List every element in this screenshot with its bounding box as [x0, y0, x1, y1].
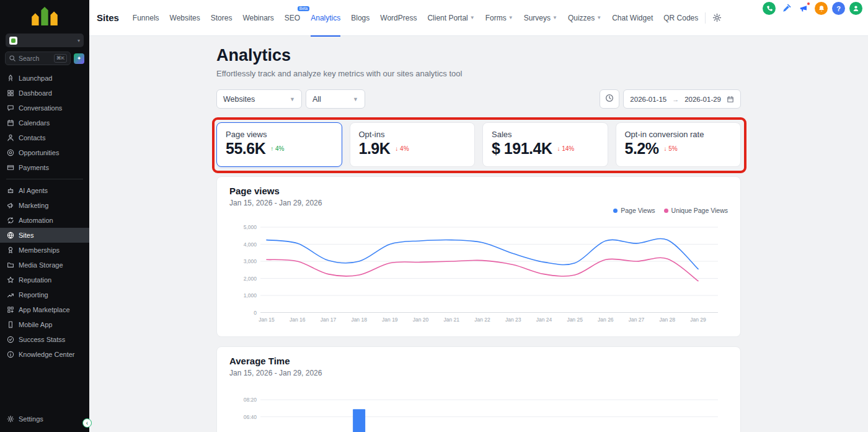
svg-text:1,000: 1,000	[244, 292, 257, 299]
sidebar-item-media-storage[interactable]: Media Storage	[0, 258, 89, 272]
tab-analytics[interactable]: Analytics	[311, 0, 340, 36]
tab-chat-widget[interactable]: Chat Widget	[612, 0, 653, 36]
tab-label: Forms	[485, 14, 507, 22]
tab-wordpress[interactable]: WordPress	[380, 0, 417, 36]
svg-text:06:40: 06:40	[244, 414, 257, 420]
rocket-icon	[7, 74, 14, 82]
clock-icon	[605, 94, 614, 105]
announcements-megaphone-icon[interactable]	[797, 2, 810, 15]
search-placeholder: Search	[19, 55, 39, 62]
arrow-down-icon: ↓	[557, 145, 560, 152]
sidebar-item-ai-agents[interactable]: AI Agents	[0, 183, 89, 198]
metric-card-sales[interactable]: Sales$ 191.4K↓ 14%	[482, 122, 608, 167]
sidebar-item-contacts[interactable]: Contacts	[0, 130, 89, 145]
eyedropper-icon[interactable]	[780, 2, 793, 15]
main-content: Analytics Effortlessly track and analyze…	[89, 36, 868, 432]
metric-value: 1.9K	[359, 140, 391, 158]
sidebar-item-memberships[interactable]: Memberships	[0, 243, 89, 258]
tab-quizzes[interactable]: Quizzes▼	[568, 0, 601, 36]
sidebar-item-label: Payments	[19, 164, 49, 171]
svg-text:Jan 26: Jan 26	[598, 317, 614, 323]
metric-label: Sales	[492, 130, 599, 139]
tab-blogs[interactable]: Blogs	[351, 0, 370, 36]
date-end[interactable]: 2026-01-29	[684, 96, 721, 103]
svg-text:Jan 17: Jan 17	[321, 317, 337, 323]
tab-websites[interactable]: Websites	[170, 0, 200, 36]
sidebar-search-row: Search ⌘K ✦	[5, 52, 84, 65]
sites-settings-gear-icon[interactable]	[712, 13, 722, 22]
sidebar-item-marketing[interactable]: Marketing	[0, 198, 89, 213]
sidebar-item-app-marketplace[interactable]: App Marketplace	[0, 302, 89, 317]
arrow-up-icon: ↑	[270, 145, 273, 152]
sidebar-item-label: App Marketplace	[19, 306, 70, 313]
sidebar-item-reporting[interactable]: Reporting	[0, 287, 89, 302]
websites-dropdown[interactable]: Websites ▼	[216, 89, 302, 109]
tab-label: Blogs	[351, 14, 370, 22]
tab-surveys[interactable]: Surveys▼	[524, 0, 557, 36]
date-start[interactable]: 2026-01-15	[630, 96, 666, 103]
metrics-section: Page views55.6K↑ 4%Opt-ins1.9K↓ 4%Sales$…	[216, 122, 741, 167]
account-switcher[interactable]: ▾	[6, 34, 84, 47]
metric-card-opt-ins[interactable]: Opt-ins1.9K↓ 4%	[350, 122, 476, 167]
chart-title: Average Time	[229, 356, 728, 366]
star-icon	[7, 276, 14, 284]
sidebar-item-success-statss[interactable]: Success Statss	[0, 332, 89, 347]
check-circle-icon	[7, 336, 14, 343]
phone-icon[interactable]	[763, 2, 776, 15]
account-logo	[9, 37, 17, 45]
calendar-icon	[727, 96, 734, 103]
sidebar-item-reputation[interactable]: Reputation	[0, 272, 89, 287]
chevron-down-icon: ▼	[508, 15, 513, 20]
sidebar-item-mobile-app[interactable]: Mobile App	[0, 317, 89, 332]
ai-sparkle-button[interactable]: ✦	[74, 53, 84, 64]
legend-item-unique-page-views[interactable]: Unique Page Views	[664, 207, 728, 214]
sidebar: ▾ Search ⌘K ✦ LaunchpadDashboardConversa…	[0, 0, 89, 432]
chevron-down-icon: ▼	[290, 96, 295, 102]
scope-dropdown-value: All	[312, 95, 321, 104]
sidebar-item-label: Calendars	[19, 119, 50, 127]
chat-icon	[7, 104, 14, 112]
sidebar-item-label: Knowledge Center	[19, 351, 75, 358]
marketplace-icon	[7, 306, 14, 313]
tab-label: Websites	[170, 14, 200, 22]
metric-label: Opt-ins	[359, 130, 466, 139]
help-icon[interactable]: ?	[832, 2, 845, 15]
metric-value: $ 191.4K	[492, 140, 552, 158]
date-range-picker[interactable]: 2026-01-15 → 2026-01-29	[623, 89, 741, 109]
calendar-icon	[7, 119, 14, 127]
sidebar-collapse-button[interactable]: ‹	[82, 418, 92, 428]
info-icon	[7, 351, 14, 358]
sidebar-item-conversations[interactable]: Conversations	[0, 101, 89, 115]
metric-card-page-views[interactable]: Page views55.6K↑ 4%	[216, 122, 342, 167]
time-filter-button[interactable]	[600, 89, 619, 109]
sidebar-item-opportunities[interactable]: Opportunities	[0, 145, 89, 160]
sidebar-item-payments[interactable]: Payments	[0, 160, 89, 175]
avatar[interactable]	[849, 2, 862, 15]
search-icon	[9, 55, 16, 62]
tab-funnels[interactable]: Funnels	[133, 0, 159, 36]
legend-dot	[613, 209, 618, 213]
sites-tabs: FunnelsWebsitesStoresWebinarsSEOBetaAnal…	[133, 0, 698, 36]
sidebar-item-dashboard[interactable]: Dashboard	[0, 86, 89, 101]
tab-webinars[interactable]: Webinars	[242, 0, 273, 36]
metric-card-opt-in-conversion-rate[interactable]: Opt-in conversion rate5.2%↓ 5%	[616, 122, 742, 167]
tab-label: Stores	[211, 14, 232, 22]
tab-forms[interactable]: Forms▼	[485, 0, 513, 36]
tab-client-portal[interactable]: Client Portal▼	[427, 0, 474, 36]
legend-item-page-views[interactable]: Page Views	[613, 207, 655, 214]
sidebar-item-automation[interactable]: Automation	[0, 213, 89, 228]
sidebar-item-calendars[interactable]: Calendars	[0, 115, 89, 130]
tab-qr-codes[interactable]: QR Codes	[663, 0, 698, 36]
sidebar-item-sites[interactable]: Sites	[0, 228, 89, 243]
sidebar-item-settings[interactable]: Settings	[0, 410, 89, 428]
sidebar-item-launchpad[interactable]: Launchpad	[0, 71, 89, 86]
sidebar-menu: LaunchpadDashboardConversationsCalendars…	[0, 71, 89, 410]
svg-text:Jan 27: Jan 27	[629, 317, 645, 323]
bell-icon[interactable]	[815, 2, 828, 15]
tab-seo[interactable]: SEOBeta	[285, 0, 300, 36]
tab-stores[interactable]: Stores	[211, 0, 232, 36]
scope-all-dropdown[interactable]: All ▼	[306, 89, 365, 109]
filter-row: Websites ▼ All ▼ 2026-01-15 → 2026-01-29	[216, 89, 741, 109]
sidebar-item-knowledge-center[interactable]: Knowledge Center	[0, 347, 89, 362]
search-input[interactable]: Search ⌘K	[5, 52, 71, 65]
